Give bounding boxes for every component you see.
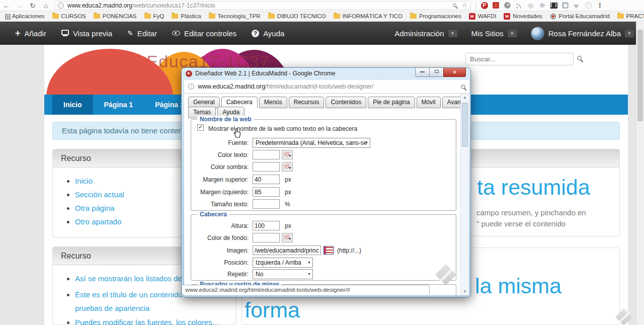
color-sombra-input[interactable]: [253, 162, 280, 172]
back-icon[interactable]: ←: [0, 2, 13, 10]
scroll-down-icon[interactable]: ▼: [461, 289, 469, 294]
imagen-input[interactable]: [253, 246, 321, 255]
fieldset-legend: Cabecera: [197, 211, 229, 218]
url-omnibox[interactable]: i www.educa2.madrid.org/web/cursoeduca17…: [54, 1, 471, 10]
bookmark-folder[interactable]: PONENCIAS: [94, 13, 137, 19]
fuente-select[interactable]: Predeterminada (Arial, Helvetica, sans-s…: [253, 138, 370, 148]
dialog-content: General Cabecera Menús Recursos Contenid…: [184, 94, 469, 295]
capture-extension-icon[interactable]: [559, 1, 571, 11]
preview-button[interactable]: Vista previa: [61, 29, 112, 38]
tab-menus[interactable]: Menús: [259, 97, 287, 108]
download-extension-icon[interactable]: ↓: [490, 1, 502, 11]
bookmark-novedades[interactable]: wNovedades: [504, 13, 542, 20]
edit-controls-button[interactable]: Editar controles: [172, 29, 236, 38]
bookmark-folder[interactable]: Programaciones: [410, 13, 461, 19]
bookmark-folder[interactable]: DIBUJO TECNICO: [268, 13, 326, 19]
maximize-button[interactable]: [430, 68, 443, 77]
close-button[interactable]: ×: [443, 68, 466, 77]
my-sites-menu[interactable]: Mis Sitios▼: [471, 29, 517, 38]
minimize-button[interactable]: [415, 68, 430, 77]
ghostery-extension-icon[interactable]: ◎: [525, 1, 536, 11]
posicion-row: Posición: Izquierda / Arriba: [186, 258, 448, 268]
content-heading-fragment: ta resumida: [477, 175, 590, 200]
screen: ← → ↻ ⌂ i www.educa2.madrid.org/web/curs…: [0, 0, 644, 325]
tab-pie-de-pagina[interactable]: Pie de página: [368, 97, 415, 108]
edit-button[interactable]: ✎Editar: [127, 29, 157, 38]
nav-tab-pagina1[interactable]: Página 1: [93, 95, 144, 115]
administration-menu[interactable]: Administración▼: [394, 29, 457, 38]
altura-row: Altura: px: [186, 221, 448, 231]
bookmark-star-icon[interactable]: ☆: [461, 2, 467, 9]
color-picker-icon[interactable]: [282, 233, 293, 242]
image-browser-icon[interactable]: [324, 246, 334, 255]
link-titulo-contenido[interactable]: Éste es el título de un contenido deprue…: [75, 290, 193, 312]
show-name-checkbox[interactable]: [197, 124, 204, 131]
nav-tab-inicio[interactable]: Inicio: [52, 95, 93, 115]
repetir-select[interactable]: No: [253, 269, 313, 279]
portal-icon: [550, 13, 556, 20]
bookmark-folder[interactable]: FyQ: [144, 13, 165, 19]
history-extension-icon[interactable]: [583, 1, 594, 11]
margen-superior-input[interactable]: [253, 175, 280, 184]
pinterest-extension-icon[interactable]: P: [478, 1, 490, 11]
tab-contenidos[interactable]: Contenidos: [326, 97, 366, 108]
reload-icon[interactable]: ↻: [26, 2, 39, 10]
browser-scrollbar[interactable]: [636, 22, 644, 325]
educamadrid-favicon: [186, 70, 192, 77]
divider: [475, 2, 476, 9]
bookmark-folder[interactable]: INFORMÁTICA Y TICO: [334, 13, 403, 19]
list-item: Puedes modificar las fuentes, los colore…: [75, 318, 236, 325]
tab-movil[interactable]: Móvil: [417, 97, 441, 108]
dialog-scrollbar[interactable]: ▲ ▼: [460, 94, 469, 295]
bookmark-folder[interactable]: Plástica: [172, 13, 201, 19]
bookmark-folder[interactable]: PRACTICUM_MASTER: [617, 13, 644, 19]
color-fondo-input[interactable]: [253, 233, 280, 242]
margen-izquierdo-input[interactable]: [253, 187, 280, 197]
bookmark-wafdi[interactable]: wWAFDI: [469, 13, 497, 20]
disc-extension-icon[interactable]: [502, 1, 513, 11]
link-inicio[interactable]: Inicio: [75, 177, 93, 185]
bookmark-folder[interactable]: Tecnología_TPR: [209, 13, 261, 19]
add-button[interactable]: +Añadir: [15, 29, 46, 38]
scroll-up-icon[interactable]: ▲: [461, 95, 469, 100]
dialog-titlebar[interactable]: Diseñador Web 2.1 | EducaMadrid - Google…: [186, 70, 335, 77]
bookmark-folder[interactable]: CURSOS: [52, 13, 86, 19]
color-picker-icon[interactable]: [282, 162, 293, 172]
home-icon[interactable]: ⌂: [39, 2, 52, 10]
repetir-row: Repetir: No: [186, 269, 448, 279]
page-info-icon[interactable]: i: [58, 3, 64, 9]
color-texto-input[interactable]: [253, 150, 280, 159]
scrollbar-thumb[interactable]: [462, 103, 468, 147]
link-modificar-fuentes[interactable]: Puedes modificar las fuentes, los colore…: [75, 318, 220, 325]
chrome-menu-icon[interactable]: ⋮: [594, 1, 606, 11]
color-picker-icon[interactable]: [282, 150, 293, 159]
posicion-select[interactable]: Izquierda / Arriba: [253, 258, 313, 268]
plus-icon: +: [15, 30, 21, 37]
bookmark-apps[interactable]: Aplicaciones: [4, 13, 45, 19]
zoom-page-icon[interactable]: [453, 4, 456, 7]
link-otro-apartado[interactable]: Otro apartado: [75, 217, 122, 226]
zoom-page-icon[interactable]: [461, 85, 465, 89]
link-otra-pagina[interactable]: Otra página: [75, 204, 114, 212]
margen-superior-row: Margen superior: px: [186, 175, 448, 185]
folder-icon: [268, 14, 275, 19]
scrollbar-thumb[interactable]: [637, 30, 643, 121]
help-button[interactable]: ?Ayuda: [252, 29, 284, 38]
link-seccion-actual[interactable]: Sección actual: [75, 190, 124, 199]
folder-icon: [52, 14, 59, 19]
altura-input[interactable]: [253, 221, 280, 230]
tamano-texto-input[interactable]: [253, 199, 280, 209]
page-info-icon[interactable]: i: [188, 84, 194, 90]
rss-extension-icon[interactable]: [513, 1, 525, 11]
bookmark-portal[interactable]: Portal Educamadrid: [550, 13, 610, 20]
send-extension-icon[interactable]: [571, 1, 583, 11]
search-icon[interactable]: [577, 56, 582, 60]
page-url: www.educa2.madrid.org/web/cursoeduca17-1…: [67, 2, 215, 9]
filmstrip-extension-icon[interactable]: [548, 1, 559, 11]
droplet-extension-icon[interactable]: [536, 1, 548, 11]
tab-recursos[interactable]: Recursos: [289, 97, 325, 108]
user-menu[interactable]: Rosa Fernández Alba▼: [531, 27, 634, 40]
dialog-url-bar[interactable]: i www.educa2.madrid.org/html/educamadrid…: [184, 80, 469, 94]
forward-icon[interactable]: →: [13, 2, 26, 10]
search-input[interactable]: [465, 53, 574, 65]
